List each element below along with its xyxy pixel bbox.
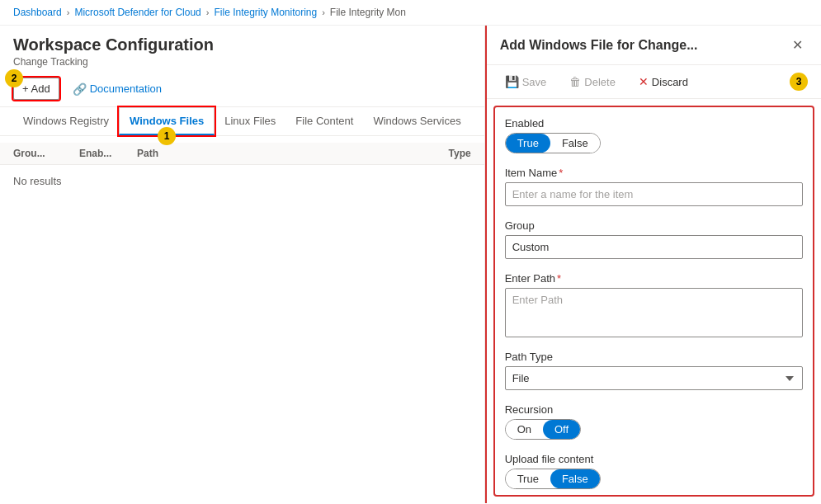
upload-group: Upload file content True False (505, 453, 803, 489)
enabled-group: Enabled True False (505, 117, 803, 153)
path-input[interactable] (505, 288, 803, 337)
path-group: Enter Path* (505, 272, 803, 337)
breadcrumb-dashboard[interactable]: Dashboard (13, 7, 62, 18)
panel-toolbar: 💾 Save 🗑 Delete ✕ Discard 3 (487, 65, 821, 99)
path-type-select[interactable]: File Directory (505, 366, 803, 390)
discard-label: Discard (652, 76, 688, 88)
save-label: Save (522, 76, 547, 88)
enabled-toggle[interactable]: True False (505, 133, 601, 153)
badge-1: 1 (158, 127, 176, 145)
tabs-container: Windows Registry Windows Files 1 Linux F… (0, 107, 484, 136)
delete-icon: 🗑 (569, 75, 581, 88)
delete-label: Delete (584, 76, 616, 88)
enabled-label: Enabled (505, 117, 803, 130)
item-name-label: Item Name* (505, 167, 803, 179)
enter-path-label: Enter Path* (505, 272, 803, 285)
enabled-false-button[interactable]: False (550, 134, 600, 153)
breadcrumb: Dashboard › Microsoft Defender for Cloud… (0, 0, 821, 26)
col-type-header: Type (405, 148, 471, 159)
item-name-group: Item Name* (505, 167, 803, 206)
group-input[interactable] (505, 235, 803, 259)
documentation-link[interactable]: 🔗 Documentation (73, 82, 162, 96)
col-enabled-header: Enab... (79, 148, 137, 159)
right-panel: Add Windows File for Change... ✕ 💾 Save … (485, 26, 821, 503)
col-group-header: Grou... (13, 148, 79, 159)
item-name-input[interactable] (505, 182, 803, 206)
table-body: No results (0, 165, 484, 197)
badge-3: 3 (790, 73, 808, 91)
empty-message: No results (13, 175, 62, 187)
recursion-group: Recursion On Off (505, 403, 803, 440)
enabled-true-button[interactable]: True (506, 134, 550, 153)
left-panel: Workspace Configuration Change Tracking … (0, 26, 485, 503)
toolbar: + Add 2 🔗 Documentation (0, 71, 484, 107)
recursion-toggle[interactable]: On Off (505, 419, 581, 440)
badge-2: 2 (5, 69, 23, 87)
save-icon: 💾 (505, 75, 519, 88)
col-path-header: Path (137, 148, 405, 159)
panel-title: Add Windows File for Change... (500, 38, 698, 53)
page-header: Workspace Configuration Change Tracking (0, 26, 484, 71)
panel-content: Enabled True False Item Name* Group (493, 106, 814, 497)
upload-true-button[interactable]: True (506, 469, 550, 488)
panel-header: Add Windows File for Change... ✕ (487, 26, 821, 65)
discard-icon: ✕ (639, 75, 649, 88)
page-title: Workspace Configuration (13, 35, 471, 54)
recursion-off-button[interactable]: Off (543, 420, 580, 439)
table-header: Grou... Enab... Path Type (0, 143, 484, 165)
group-group: Group (505, 219, 803, 259)
breadcrumb-fim[interactable]: File Integrity Monitoring (214, 7, 317, 18)
breadcrumb-current: File Integrity Mon (330, 7, 406, 18)
breadcrumb-defender[interactable]: Microsoft Defender for Cloud (74, 7, 201, 18)
upload-label: Upload file content (505, 453, 803, 465)
path-type-group: Path Type File Directory (505, 351, 803, 390)
upload-toggle[interactable]: True False (505, 469, 601, 489)
upload-false-button[interactable]: False (550, 469, 600, 488)
discard-button[interactable]: ✕ Discard (634, 72, 693, 92)
tab-file-content[interactable]: File Content (285, 108, 363, 135)
tab-windows-services[interactable]: Windows Services (363, 108, 470, 135)
recursion-on-button[interactable]: On (506, 420, 543, 439)
path-type-label: Path Type (505, 351, 803, 363)
tab-windows-registry[interactable]: Windows Registry (13, 108, 119, 135)
doc-link-label: Documentation (90, 82, 162, 95)
delete-button[interactable]: 🗑 Delete (564, 72, 620, 92)
save-button[interactable]: 💾 Save (500, 72, 552, 92)
link-icon: 🔗 (73, 82, 87, 96)
tab-linux-files[interactable]: Linux Files (215, 108, 285, 135)
page-subtitle: Change Tracking (13, 56, 471, 68)
recursion-label: Recursion (505, 403, 803, 416)
close-button[interactable]: ✕ (787, 35, 808, 54)
group-label: Group (505, 219, 803, 232)
